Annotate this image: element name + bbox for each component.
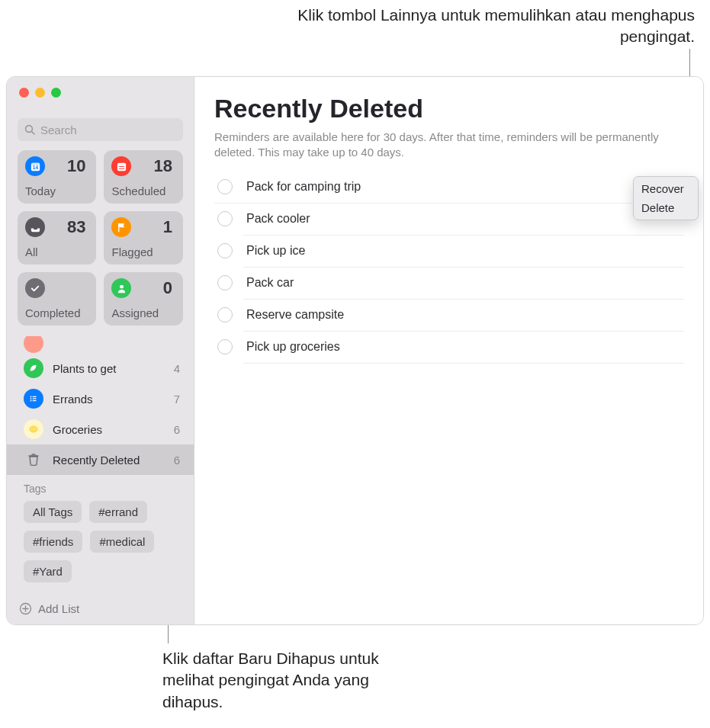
list-label: Recently Deleted	[53, 454, 165, 467]
reminder-title: Pick up ice	[246, 244, 683, 258]
smart-card-scheduled[interactable]: 18 Scheduled	[104, 150, 183, 204]
main-content: Recently Deleted Reminders are available…	[194, 77, 703, 624]
reminder-radio[interactable]	[217, 307, 233, 322]
add-list-label: Add List	[38, 602, 79, 615]
search-field[interactable]	[18, 118, 183, 141]
smart-label: Flagged	[111, 245, 153, 258]
page-title: Recently Deleted	[214, 94, 683, 123]
reminder-radio[interactable]	[217, 275, 233, 290]
list-item-cutoff[interactable]	[7, 336, 194, 353]
smart-card-today[interactable]: 14 10 Today	[18, 150, 96, 204]
list-label: Groceries	[53, 423, 165, 436]
svg-line-1	[32, 132, 35, 135]
list-label: Errands	[53, 393, 165, 406]
add-list-button[interactable]: Add List	[7, 595, 194, 624]
tags-header: Tags	[24, 483, 183, 495]
sidebar: 14 10 Today 18 Scheduled	[7, 77, 194, 624]
calendar-icon	[111, 156, 131, 176]
reminder-row[interactable]: Pack for camping trip	[214, 172, 683, 204]
search-input[interactable]	[39, 123, 177, 137]
reminder-radio[interactable]	[217, 211, 233, 226]
smart-label: All	[25, 245, 38, 258]
smart-count: 0	[163, 278, 172, 298]
list-count: 6	[174, 423, 183, 436]
reminder-row[interactable]: Pack cooler	[243, 204, 683, 236]
list-count: 7	[174, 393, 183, 406]
reminders-window: 14 10 Today 18 Scheduled	[6, 76, 704, 625]
window-controls	[7, 77, 194, 107]
page-description: Reminders are available here for 30 days…	[214, 130, 683, 161]
close-window-button[interactable]	[19, 88, 29, 98]
reminder-radio[interactable]	[217, 243, 233, 258]
tray-icon	[25, 217, 45, 237]
calendar-icon: 14	[25, 156, 45, 176]
smart-label: Completed	[25, 306, 81, 319]
smart-count: 1	[163, 217, 172, 237]
more-popover: Recover Delete	[633, 176, 699, 220]
sidebar-lists: Plants to get 4 Errands 7 Groceries 6	[7, 336, 194, 624]
search-icon	[24, 123, 36, 136]
smart-label: Assigned	[111, 306, 159, 319]
list-item-errands[interactable]: Errands 7	[7, 383, 194, 414]
annotation-top: Klik tombol Lainnya untuk memulihkan ata…	[268, 5, 695, 48]
smart-count: 83	[67, 217, 85, 237]
leaf-icon	[24, 358, 43, 378]
smart-card-assigned[interactable]: 0 Assigned	[104, 272, 183, 326]
list-item-plants[interactable]: Plants to get 4	[7, 353, 194, 383]
tag-friends[interactable]: #friends	[24, 531, 82, 553]
reminder-radio[interactable]	[217, 179, 233, 194]
reminders-list: Pack for camping trip Pack cooler Pick u…	[214, 172, 683, 364]
annotation-bottom: Klik daftar Baru Dihapus untuk melihat p…	[162, 648, 406, 713]
smart-label: Today	[25, 184, 56, 197]
list-count: 4	[174, 362, 183, 375]
lemon-icon	[24, 419, 43, 439]
smart-card-all[interactable]: 83 All	[18, 211, 96, 265]
reminder-row[interactable]: Pick up ice	[243, 236, 683, 268]
person-icon	[111, 278, 131, 298]
svg-point-9	[31, 396, 32, 398]
trash-icon	[24, 450, 43, 470]
smart-count: 10	[67, 156, 85, 176]
zoom-window-button[interactable]	[51, 88, 61, 98]
reminder-row[interactable]: Reserve campsite	[243, 300, 683, 332]
list-item-recently-deleted[interactable]: Recently Deleted 6	[7, 444, 194, 475]
reminder-title: Pack cooler	[246, 212, 683, 226]
smart-card-completed[interactable]: Completed	[18, 272, 96, 326]
list-label: Plants to get	[53, 362, 165, 375]
reminder-title: Pack for camping trip	[246, 180, 650, 194]
reminder-row[interactable]: Pick up groceries	[243, 332, 683, 364]
list-item-groceries[interactable]: Groceries 6	[7, 414, 194, 444]
reminder-row[interactable]: Pack car	[243, 268, 683, 300]
smart-card-flagged[interactable]: 1 Flagged	[104, 211, 183, 265]
tag-all[interactable]: All Tags	[24, 501, 82, 523]
flag-icon	[111, 217, 131, 237]
reminder-title: Pack car	[246, 276, 683, 290]
smart-list-grid: 14 10 Today 18 Scheduled	[7, 150, 194, 326]
reminder-title: Pick up groceries	[246, 340, 683, 354]
minimize-window-button[interactable]	[35, 88, 45, 98]
svg-text:14: 14	[32, 165, 38, 170]
list-icon	[24, 389, 43, 409]
tag-errand[interactable]: #errand	[89, 501, 147, 523]
smart-count: 18	[154, 156, 172, 176]
plus-circle-icon	[19, 602, 32, 615]
popover-delete[interactable]: Delete	[634, 198, 698, 217]
reminder-radio[interactable]	[217, 339, 233, 354]
svg-point-11	[31, 400, 32, 402]
reminder-title: Reserve campsite	[246, 308, 683, 322]
svg-point-10	[31, 398, 32, 399]
popover-recover[interactable]: Recover	[634, 179, 698, 198]
list-count: 6	[174, 454, 183, 467]
svg-point-8	[120, 284, 124, 288]
tag-medical[interactable]: #medical	[90, 531, 154, 553]
tag-yard[interactable]: #Yard	[24, 560, 72, 582]
smart-label: Scheduled	[111, 184, 165, 197]
tags-section: Tags All Tags #errand #friends #medical …	[7, 475, 194, 582]
check-icon	[25, 278, 45, 298]
